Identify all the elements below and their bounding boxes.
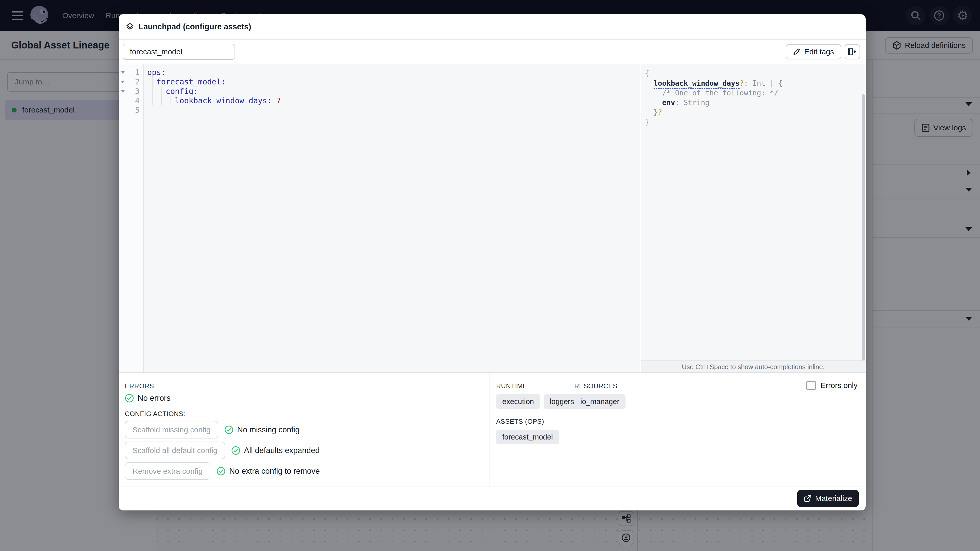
remove-extra-config-button[interactable]: Remove extra config — [125, 462, 210, 480]
code-line: 4 lookback_window_days: 7 — [119, 96, 640, 105]
errors-only-toggle: Errors only — [806, 381, 858, 390]
launchpad-header: Launchpad (configure assets) — [119, 14, 865, 40]
launchpad-bottom-section: ERRORS No errors CONFIG ACTIONS: Scaffol… — [119, 373, 865, 486]
external-link-icon — [804, 495, 811, 502]
resource-tag: io_manager — [574, 394, 625, 409]
code-line: 3 config: — [119, 86, 640, 96]
check-circle-icon — [224, 425, 234, 434]
edit-tags-label: Edit tags — [804, 48, 834, 56]
schema-prop: lookback_window_days — [654, 79, 740, 89]
fold-icon[interactable] — [121, 71, 125, 74]
config-schema-panel: { lookback_window_days?: Int | { /* One … — [641, 64, 865, 372]
check-circle-icon — [216, 467, 226, 476]
errors-status: No errors — [125, 394, 489, 403]
config-editor-region: 1 ops: 2 forecast_model: 3 config: 4 loo… — [119, 64, 865, 373]
launchpad-dialog: Launchpad (configure assets) forecast_mo… — [119, 14, 865, 510]
yaml-number-value: 7 — [277, 96, 281, 105]
config-action-row: Scaffold all default config All defaults… — [125, 441, 489, 459]
launchpad-footer: Materialize — [119, 486, 865, 510]
runtime-tag: execution — [496, 394, 540, 409]
code-line: 5 — [119, 105, 640, 115]
session-tab[interactable]: forecast_model — [123, 44, 235, 60]
schema-line: env: String — [645, 98, 865, 108]
schema-comment: /* One of the following: */ — [645, 88, 865, 98]
code-line: 1 ops: — [119, 68, 640, 77]
launchpad-toolbar: forecast_model Edit tags — [119, 40, 865, 64]
materialize-button[interactable]: Materialize — [797, 490, 859, 507]
schema-line: }? — [645, 108, 865, 118]
yaml-editor[interactable]: 1 ops: 2 forecast_model: 3 config: 4 loo… — [119, 64, 640, 372]
expand-panel-button[interactable] — [845, 44, 860, 59]
check-circle-icon — [125, 394, 134, 403]
config-action-status: All defaults expanded — [231, 446, 320, 455]
scaffold-missing-config-button[interactable]: Scaffold missing config — [125, 421, 218, 438]
config-action-status: No extra config to remove — [216, 467, 320, 476]
launchpad-title: Launchpad (configure assets) — [138, 22, 251, 32]
fold-icon[interactable] — [121, 81, 125, 83]
config-actions-label: CONFIG ACTIONS: — [125, 410, 489, 418]
errors-only-checkbox[interactable] — [806, 381, 816, 390]
resources-label: RESOURCES — [574, 382, 625, 390]
layers-icon — [126, 23, 134, 31]
check-circle-icon — [231, 446, 240, 455]
errors-only-label: Errors only — [821, 381, 858, 390]
asset-op-tag: forecast_model — [496, 430, 559, 445]
scaffold-all-default-config-button[interactable]: Scaffold all default config — [125, 441, 225, 459]
config-action-status: No missing config — [224, 425, 300, 434]
autocomplete-hint: Use Ctrl+Space to show auto-completions … — [641, 360, 865, 372]
schema-line: } — [645, 118, 865, 127]
pencil-icon — [793, 48, 800, 56]
edit-tags-button[interactable]: Edit tags — [786, 44, 841, 59]
runtime-label: RUNTIME — [496, 382, 574, 390]
scrollbar-thumb[interactable] — [862, 94, 865, 361]
schema-line: lookback_window_days?: Int | { — [645, 79, 865, 88]
schema-line: { — [645, 69, 865, 79]
assets-ops-label: ASSETS (OPS) — [496, 418, 865, 426]
errors-section-label: ERRORS — [125, 382, 489, 390]
materialize-label: Materialize — [815, 494, 852, 503]
config-action-row: Scaffold missing config No missing confi… — [125, 421, 489, 438]
fold-icon[interactable] — [121, 90, 125, 93]
code-line: 2 forecast_model: — [119, 77, 640, 86]
panel-expand-icon — [848, 48, 857, 56]
config-action-row: Remove extra config No extra config to r… — [125, 462, 489, 480]
